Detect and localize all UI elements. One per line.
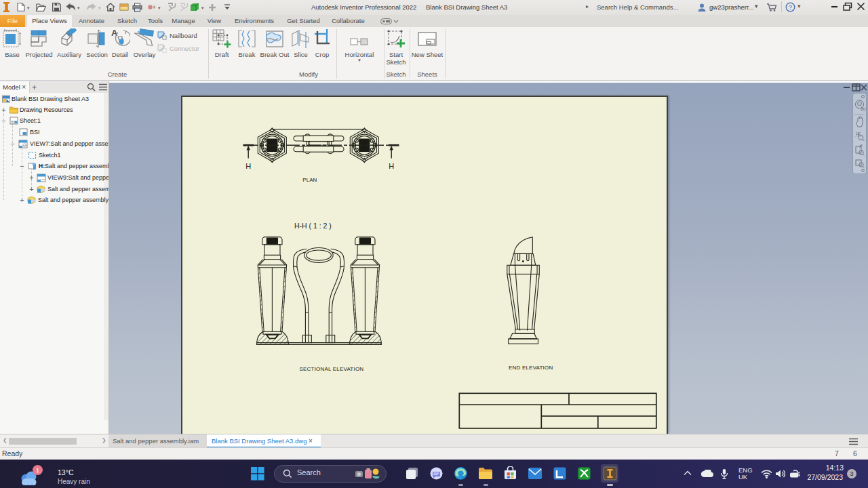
svg-text:?: ? [789,3,792,11]
svg-text:2D: 2D [861,107,866,111]
svg-text:SECTIONAL ELEVATION: SECTIONAL ELEVATION [300,366,364,372]
svg-text:END ELEVATION: END ELEVATION [509,365,553,371]
svg-text:PLAN: PLAN [302,177,317,183]
svg-text:H-H ( 1 : 2 ): H-H ( 1 : 2 ) [294,222,332,230]
svg-text:H: H [389,162,394,170]
svg-text:H: H [245,162,251,170]
